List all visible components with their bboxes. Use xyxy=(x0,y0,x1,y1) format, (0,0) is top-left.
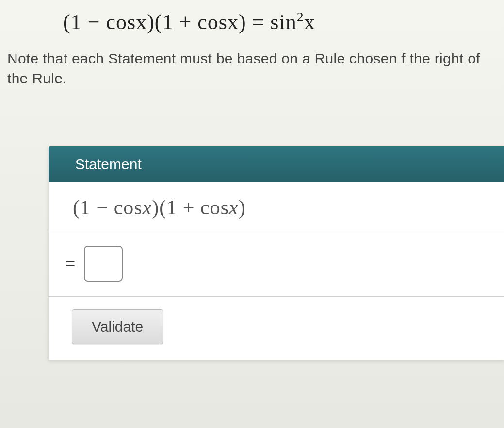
instruction-note: Note that each Statement must be based o… xyxy=(0,34,504,88)
given-expression: (1 − cosx)(1 + cosx) xyxy=(49,182,504,231)
validate-row: Validate xyxy=(49,297,504,360)
answer-input[interactable] xyxy=(84,246,123,282)
panel-header: Statement xyxy=(49,146,504,182)
equals-label: = xyxy=(65,254,75,274)
problem-equation: (1 − cosx)(1 + cosx) = sin2x xyxy=(0,0,504,34)
statement-panel: Statement (1 − cosx)(1 + cosx) = Validat… xyxy=(49,146,504,360)
answer-row: = xyxy=(49,231,504,297)
validate-button[interactable]: Validate xyxy=(72,309,163,344)
